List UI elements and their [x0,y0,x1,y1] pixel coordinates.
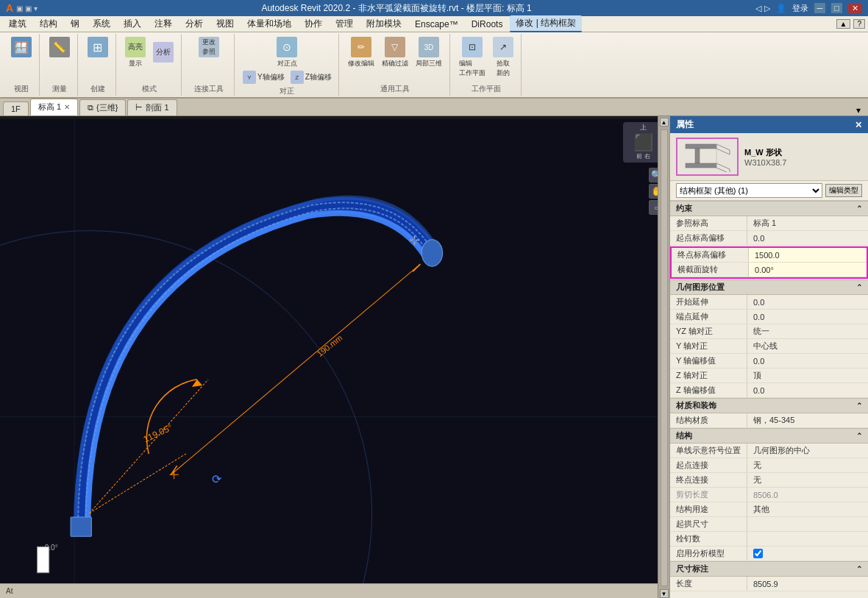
section-constraints[interactable]: 约束 ⌃ [670,201,868,216]
prop-value-start-conn[interactable]: 无 [747,458,868,472]
section-material[interactable]: 材质和装饰 ⌃ [670,398,868,413]
tab-dropdown-icon[interactable]: ▾ [852,105,865,115]
z-offset-label: Z轴偏移 [305,72,332,82]
canvas-scrollbar[interactable]: ▲ ▼ [658,116,669,598]
menu-xitong[interactable]: 系统 [87,16,116,32]
precise-filter-icon: ▽ [385,37,405,57]
scroll-up-btn[interactable]: ▲ [660,118,669,127]
prop-value-analysis[interactable] [747,547,868,560]
ribbon-group-measure: 📏 测量 [41,34,78,96]
y-offset-icon: Y [243,71,256,84]
menu-charu[interactable]: 插入 [118,16,147,32]
prop-name-struct-material: 结构材质 [670,413,747,427]
menu-fenxi[interactable]: 分析 [179,16,209,32]
prop-value-cut-length[interactable]: 8506.0 [747,488,868,502]
menu-enscape[interactable]: Enscape™ [409,18,464,31]
prop-value-y-align[interactable]: 中心线 [747,339,868,353]
menu-zhushi[interactable]: 注释 [149,16,178,32]
tab-biaogao1[interactable]: 标高 1 ✕ [30,99,78,115]
z-offset-btn[interactable]: Z Z轴偏移 [288,70,334,85]
nav-arrows-icon[interactable]: ◁ ▷ [755,4,769,13]
close-icon[interactable]: ✕ [848,3,862,14]
prop-value-y-offset[interactable]: 0.0 [747,354,868,368]
measure-btn-row: 📏 [46,35,73,60]
section-structure[interactable]: 结构 ⌃ [670,428,868,444]
section-geometry[interactable]: 几何图形位置 ⌃ [670,280,868,295]
ribbon-collapse-btn[interactable]: ▲ [836,19,851,29]
modify-edit-btn[interactable]: ✏ 修改编辑 [345,35,377,70]
scroll-down-btn[interactable]: ▼ [660,589,669,598]
highlight-label: 显示 [129,59,142,68]
canvas-area[interactable]: 119.05° 190.mm 0.0° ⟳ ⊹ 上 ⬛ 前 右 [0,116,669,598]
menu-fujia[interactable]: 附加模块 [360,16,408,32]
prop-row-ref-level: 参照标高 标高 1 [670,216,868,231]
prop-value-camber[interactable] [747,517,868,531]
svg-rect-17 [38,547,49,572]
local-3d-icon: 3D [419,37,439,57]
window-title: Autodesk Revit 2020.2 - 非水平弧梁截面被旋转.rvt -… [261,2,531,15]
tab-menu-icon[interactable]: ▾ [852,105,865,115]
create-btn[interactable]: ⊞ [85,35,111,60]
properties-close-btn[interactable]: ✕ [855,120,862,130]
prop-value-end-ext[interactable]: 0.0 [747,310,868,324]
prop-row-cut-length: 剪切长度 8506.0 [670,488,868,502]
minimize-icon[interactable]: ─ [814,3,826,13]
tab-1f[interactable]: 1F [3,102,29,115]
highlight-btn[interactable]: 高亮 显示 [122,35,149,70]
prop-value-cross-rotation[interactable]: 0.00° [749,263,867,277]
analyze-icon: 分析 [153,42,174,63]
menu-tiliangchangdi[interactable]: 体量和场地 [241,16,297,32]
mode-btn-row: 高亮 显示 分析 [122,35,177,70]
menu-guanli[interactable]: 管理 [330,16,359,32]
prop-value-z-offset[interactable]: 0.0 [747,383,868,397]
menu-hezuo[interactable]: 协作 [299,16,328,32]
align-y-z-row: Y Y轴偏移 Z Z轴偏移 [241,70,334,85]
help-icon[interactable]: ? [853,19,865,29]
tab-biaogao1-close[interactable]: ✕ [64,103,70,111]
align-point-btn[interactable]: ⊙ 对正点 [274,35,300,70]
prop-value-struct-usage[interactable]: 其他 [747,502,868,516]
precise-filter-btn[interactable]: ▽ 精确过滤 [379,35,411,70]
prop-value-yz-align[interactable]: 统一 [747,324,868,338]
menu-jiegou[interactable]: 结构 [34,16,63,32]
element-type-select[interactable]: 结构框架 (其他) (1) [676,183,822,198]
maximize-icon[interactable]: □ [831,3,842,13]
prop-value-z-align[interactable]: 顶 [747,369,868,382]
tab-biaogao1-label: 标高 1 [38,102,61,113]
menubar: 建筑 结构 钢 系统 插入 注释 分析 视图 体量和场地 协作 管理 附加模块 … [0,16,868,32]
prop-value-single-line[interactable]: 几何图形的中心 [747,444,868,458]
scroll-thumb[interactable] [661,129,668,586]
prop-value-start-ext[interactable]: 0.0 [747,295,868,309]
prop-value-struct-material[interactable]: 钢，45-345 [747,413,868,427]
edit-type-btn[interactable]: 编辑类型 [825,184,862,197]
measure-btn[interactable]: 📏 [46,35,73,60]
menu-modify[interactable]: 修改 | 结构框架 [510,15,582,32]
menu-diroots[interactable]: DiRoots [466,18,509,31]
login-label[interactable]: 登录 [792,3,808,14]
local-3d-btn[interactable]: 3D 局部三维 [413,35,445,70]
prop-value-end-conn[interactable]: 无 [747,473,868,487]
change-ref-btn[interactable]: 更改参照 [196,35,222,60]
person-icon[interactable]: 👤 [776,4,786,13]
pick-new-btn[interactable]: ↗ 拾取新的 [490,35,516,79]
prop-value-end-offset[interactable]: 1500.0 [749,248,867,262]
menu-gang[interactable]: 钢 [65,16,85,32]
menu-jianzhu[interactable]: 建筑 [3,16,32,32]
menu-shitu[interactable]: 视图 [210,16,240,32]
analyze-btn[interactable]: 分析 [150,40,177,65]
y-offset-btn[interactable]: Y Y轴偏移 [241,70,287,85]
tab-3d[interactable]: ⧉ {三维} [79,99,126,115]
section-material-label: 材质和装饰 [676,400,716,411]
prop-value-start-offset[interactable]: 0.0 [747,231,868,245]
view-btn[interactable]: 🪟 [8,35,35,60]
svg-text:⊹: ⊹ [409,232,420,247]
tab-jianmian1[interactable]: ⊢ 剖面 1 [127,99,177,115]
prop-value-length[interactable]: 8505.9 [747,577,868,591]
prop-value-studs[interactable] [747,532,868,546]
prop-value-ref-level[interactable]: 标高 1 [747,216,868,230]
analysis-checkbox[interactable] [753,549,763,558]
edit-workplane-btn[interactable]: ⊡ 编辑工作平面 [456,35,488,79]
section-dimensions[interactable]: 尺寸标注 ⌃ [670,561,868,577]
measure-group-label: 测量 [52,82,67,94]
prop-name-z-offset: Z 轴偏移值 [670,383,747,397]
